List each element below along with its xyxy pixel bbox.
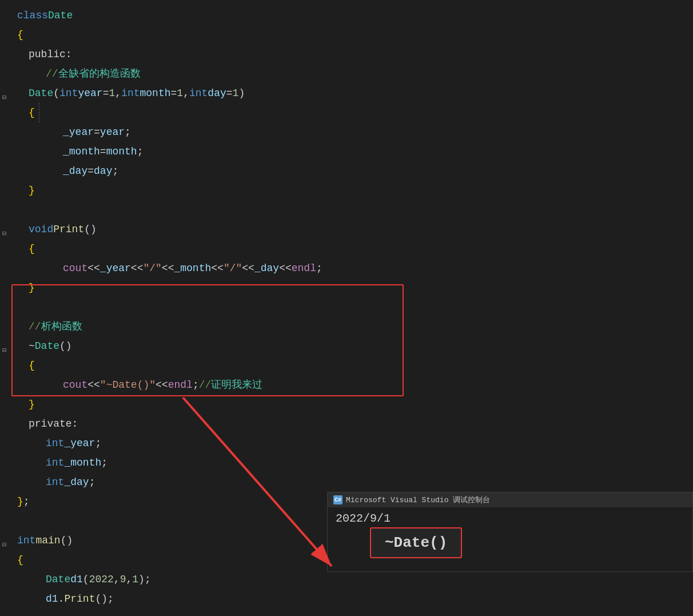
line-comment-destructor: // 析构函数 — [11, 317, 693, 336]
brace-close-destructor: } — [29, 395, 35, 414]
dot-print: . — [58, 589, 65, 609]
line-int-year: int _year ; — [11, 434, 693, 453]
line-public: public: — [11, 45, 693, 64]
kw-int-month: int — [46, 453, 64, 472]
line-private: private: — [11, 414, 693, 434]
shift-op2: << — [131, 259, 144, 278]
line-int-day: int _day ; — [11, 472, 693, 492]
kw-void: void — [29, 220, 53, 239]
parens-output: () — [429, 534, 447, 551]
comment-destructor-slash: // — [29, 317, 41, 336]
console-panel: C# Microsoft Visual Studio 调试控制台 2022/9/… — [327, 492, 693, 572]
access-public: public: — [29, 45, 72, 64]
console-output-line2-area: ~Date() — [336, 525, 684, 565]
fn-print: Print — [53, 220, 84, 239]
line-open-brace-print: { — [11, 239, 693, 259]
fn-d1-print: Print — [64, 589, 95, 609]
member-year-print: _year — [100, 259, 131, 278]
parens-destructor: () — [59, 336, 72, 356]
console-output-line1: 2022/9/1 — [336, 512, 684, 525]
parens-d1-print: (); — [95, 589, 113, 609]
var-d1: d1 — [70, 570, 83, 589]
line-comment-constructor: // 全缺省的构造函数 — [11, 64, 693, 84]
console-body: 2022/9/1 ~Date() — [328, 507, 692, 570]
param-day: day — [208, 84, 226, 103]
collapse-icon-destructor: ⊟ — [2, 341, 6, 360]
constructor-name: Date — [29, 84, 53, 103]
brace-close-print: } — [29, 278, 35, 297]
paren-close-d1: ); — [138, 570, 151, 589]
num-9: 9 — [120, 570, 126, 589]
kw-int-3: int — [189, 84, 208, 103]
blank-line-2 — [11, 297, 693, 317]
num-1b: 1 — [177, 84, 183, 103]
semicolon-year: ; — [125, 122, 131, 142]
line-day-assign: _day = day ; — [11, 161, 693, 181]
class-name-date: Date — [48, 6, 73, 25]
num-2022: 2022 — [89, 570, 114, 589]
var-month: month — [106, 142, 137, 161]
line-cout-print: cout << _year << "/" << _month << "/" <<… — [11, 259, 693, 278]
shift-op3: << — [162, 259, 174, 278]
kw-endl-d: endl — [168, 375, 193, 395]
kw-int-day: int — [46, 472, 64, 492]
shift-op4: << — [211, 259, 224, 278]
parens-main: () — [61, 531, 73, 550]
blank-line-4 — [11, 609, 693, 616]
str-date-tilde: "~Date()" — [100, 375, 156, 395]
var-year: year — [100, 122, 125, 142]
comment-destructor-text: 析构函数 — [41, 317, 82, 336]
line-close-brace-constructor: } — [11, 181, 693, 200]
class-date-d1: Date — [46, 570, 70, 589]
date-output: Date — [394, 534, 429, 551]
kw-int-1: int — [59, 84, 78, 103]
comma-d1a: , — [114, 570, 120, 589]
member-day: _day — [63, 161, 87, 181]
line-int-month: int _month ; — [11, 453, 693, 472]
var-day: day — [94, 161, 112, 181]
line-constructor-sig: ⊟ Date(int year = 1, int month = 1, int … — [11, 84, 693, 103]
member-month-decl: _month — [64, 453, 101, 472]
param-month: month — [140, 84, 171, 103]
keyword-class: class — [17, 6, 48, 25]
semicolon-print: ; — [316, 259, 322, 278]
line-open-brace-constructor: { — [11, 103, 693, 122]
shift-op6: << — [279, 259, 292, 278]
line-month-assign: _month = month ; — [11, 142, 693, 161]
member-year: _year — [63, 122, 94, 142]
vs-icon: C# — [333, 495, 342, 504]
kw-int-main: int — [17, 531, 35, 550]
kw-cout: cout — [63, 259, 87, 278]
assign-op-month: = — [100, 142, 106, 161]
paren-open-constructor: ( — [53, 84, 59, 103]
semicolon-d: ; — [193, 375, 199, 395]
fn-main: main — [35, 531, 60, 550]
class-end-brace: } — [17, 492, 23, 511]
brace-open-main: { — [17, 550, 23, 570]
line-destructor-sig: ⊟ ~ Date () — [11, 336, 693, 356]
comment-proof-text: 证明我来过 — [211, 375, 262, 395]
paren-open-d1: ( — [83, 570, 89, 589]
comma-d1b: , — [126, 570, 132, 589]
sc-month: ; — [101, 453, 107, 472]
kw-endl1: endl — [292, 259, 316, 278]
collapse-icon-main: ⊟ — [2, 535, 6, 555]
member-day-decl: _day — [64, 472, 89, 492]
shift-op5: << — [242, 259, 254, 278]
var-d1-print: d1 — [46, 589, 58, 609]
line-print-sig: ⊟ void Print () — [11, 220, 693, 239]
sc-year: ; — [95, 434, 101, 453]
destructor-name: Date — [35, 336, 59, 356]
shift-opd2: << — [156, 375, 168, 395]
line-class-date: class Date — [11, 6, 693, 25]
member-month-print: _month — [174, 259, 211, 278]
paren-close-constructor: ) — [238, 84, 245, 103]
tilde-output: ~ — [385, 534, 394, 551]
sc-day: ; — [89, 472, 95, 492]
console-title: Microsoft Visual Studio 调试控制台 — [346, 495, 490, 505]
line-cout-destructor: cout << "~Date()" << endl ; // 证明我来过 — [11, 375, 693, 395]
num-1c: 1 — [233, 84, 239, 103]
assign-op-year: = — [94, 122, 100, 142]
brace-open: { — [17, 25, 23, 45]
member-day-print: _day — [254, 259, 279, 278]
